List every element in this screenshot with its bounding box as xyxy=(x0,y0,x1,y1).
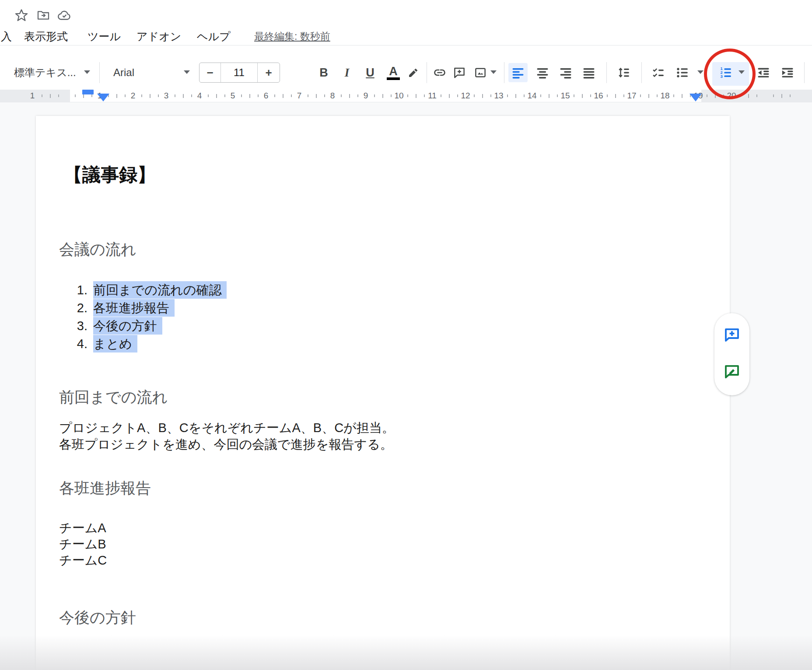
menu-addons[interactable]: アドオン xyxy=(136,29,181,44)
star-icon[interactable] xyxy=(14,8,29,23)
ruler-number: 16 xyxy=(593,91,604,101)
chevron-down-icon[interactable] xyxy=(84,70,90,74)
ruler-tick xyxy=(557,94,558,97)
divider xyxy=(804,62,805,83)
align-right-button[interactable] xyxy=(556,63,575,82)
annotation-circle xyxy=(704,49,756,99)
line-spacing-button[interactable] xyxy=(614,63,634,82)
comment-add-icon xyxy=(453,66,466,79)
ruler-tick xyxy=(158,94,159,97)
ruler-tick xyxy=(116,94,117,98)
highlighter-icon xyxy=(407,66,420,79)
ruler-tick xyxy=(416,94,416,98)
ruler-tick xyxy=(150,94,150,98)
insert-image-button[interactable] xyxy=(471,63,490,82)
italic-button[interactable]: I xyxy=(337,63,357,82)
ruler-number: 6 xyxy=(261,91,271,101)
checklist-button[interactable] xyxy=(649,63,668,82)
heading-agenda: 会議の流れ xyxy=(59,240,136,259)
paragraph-style-select[interactable]: 標準テキス... xyxy=(14,66,76,80)
ruler-tick xyxy=(756,94,757,97)
align-center-icon xyxy=(536,66,549,79)
bulleted-list-button[interactable] xyxy=(673,63,692,82)
text-color-button[interactable]: A xyxy=(384,63,403,82)
chevron-down-icon[interactable] xyxy=(184,70,190,74)
floating-action-pill xyxy=(714,313,749,395)
ruler-number: 3 xyxy=(161,91,172,101)
ruler-tick xyxy=(208,94,209,97)
align-center-button[interactable] xyxy=(533,63,552,82)
ruler-tick xyxy=(707,94,707,97)
heading-previous-flow: 前回までの流れ xyxy=(59,387,168,407)
align-justify-icon xyxy=(582,66,595,79)
cloud-status-icon[interactable] xyxy=(57,8,72,23)
ruler-tick xyxy=(391,94,392,97)
document-page[interactable]: 【議事録】 会議の流れ 1. 前回までの流れの確認 2. 各班進捗報告 3. 今… xyxy=(36,116,730,670)
image-icon xyxy=(474,66,487,79)
ruler-tick xyxy=(673,94,674,97)
google-docs-window: { "menubar": { "items": ["入", "表示形式", "ツ… xyxy=(0,0,812,670)
line-spacing-icon xyxy=(617,66,630,79)
decrease-indent-button[interactable] xyxy=(754,63,773,82)
ruler-tick xyxy=(457,94,458,97)
body-line: プロジェクトA、B、CをそれぞれチームA、B、Cが担当。 xyxy=(59,419,395,436)
checklist-icon xyxy=(652,66,665,79)
underline-button[interactable]: U xyxy=(360,63,380,82)
decrease-font-size-button[interactable]: − xyxy=(200,63,221,82)
ruler-tick xyxy=(382,94,383,98)
ruler-tick xyxy=(441,94,441,97)
align-left-button[interactable] xyxy=(508,63,528,82)
increase-indent-button[interactable] xyxy=(778,63,797,82)
increase-font-size-button[interactable]: + xyxy=(257,63,280,82)
ruler-tick xyxy=(773,94,774,97)
ruler-tick xyxy=(308,94,308,97)
comment-add-icon xyxy=(723,326,741,344)
document-title: 【議事録】 xyxy=(64,164,156,186)
last-edited-link[interactable]: 最終編集: 数秒前 xyxy=(254,29,330,44)
insert-link-button[interactable] xyxy=(430,63,449,82)
ruler-tick xyxy=(781,94,782,98)
ruler-tick xyxy=(283,94,284,98)
bulleted-list-icon xyxy=(676,66,689,79)
menu-insert-partial[interactable]: 入 xyxy=(1,29,12,44)
selected-list-text: 前回までの流れの確認 xyxy=(93,281,227,299)
team-line: チームA xyxy=(59,520,106,536)
menu-help[interactable]: ヘルプ xyxy=(197,29,231,44)
align-left-icon xyxy=(511,66,525,79)
bold-label: B xyxy=(319,66,328,79)
ruler-tick xyxy=(274,94,275,97)
ruler-number: 4 xyxy=(194,91,205,101)
ruler-tick xyxy=(640,94,641,97)
move-folder-icon[interactable] xyxy=(36,8,51,23)
ruler-number: 12 xyxy=(460,91,471,101)
first-line-indent-marker[interactable] xyxy=(82,90,94,94)
chevron-down-icon[interactable] xyxy=(697,70,704,74)
ruler-tick xyxy=(407,94,408,97)
ruler-number: 15 xyxy=(560,91,570,101)
ruler-number: 2 xyxy=(128,91,138,101)
right-indent-marker[interactable] xyxy=(690,94,702,101)
ruler-tick xyxy=(216,94,217,98)
ruler-tick xyxy=(474,94,475,97)
add-comment-button[interactable] xyxy=(450,63,469,82)
add-comment-floating-button[interactable] xyxy=(722,325,742,345)
align-justify-button[interactable] xyxy=(579,63,598,82)
ruler-tick xyxy=(682,94,682,98)
heading-progress-report: 各班進捗報告 xyxy=(59,478,151,498)
ruler-tick xyxy=(549,94,550,98)
menu-format[interactable]: 表示形式 xyxy=(24,29,68,44)
menu-tools[interactable]: ツール xyxy=(88,29,121,44)
ruler-tick xyxy=(316,94,317,98)
font-size-input[interactable]: 11 xyxy=(221,63,257,82)
suggest-edits-button[interactable] xyxy=(722,362,742,381)
highlight-color-button[interactable] xyxy=(404,63,423,82)
text-color-swatch xyxy=(387,77,400,80)
chevron-down-icon[interactable] xyxy=(490,70,497,74)
font-family-select[interactable]: Arial xyxy=(113,66,134,80)
bold-button[interactable]: B xyxy=(314,63,333,82)
left-indent-marker[interactable] xyxy=(97,94,109,101)
ruler-tick xyxy=(291,94,292,97)
italic-label: I xyxy=(345,66,350,79)
bottom-fade-overlay xyxy=(0,635,812,670)
ruler-tick xyxy=(249,94,250,98)
